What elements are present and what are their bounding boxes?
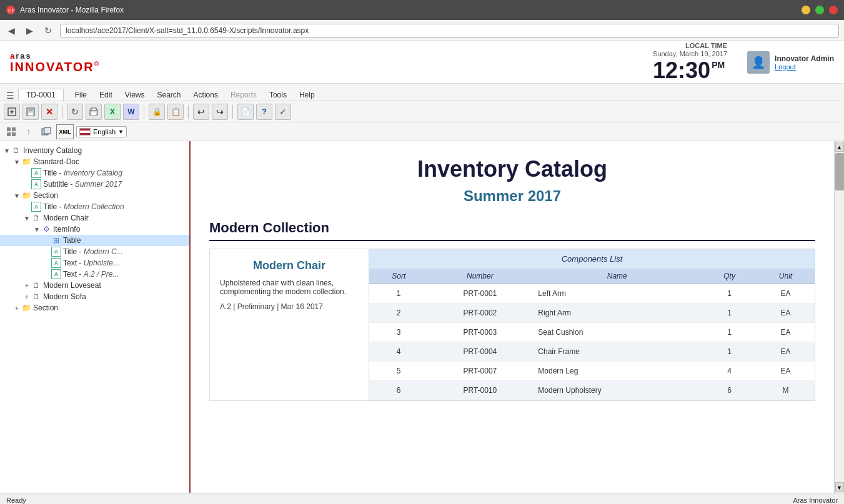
logout-link[interactable]: Logout [775, 63, 834, 71]
text-icon: A [31, 202, 41, 212]
save-button[interactable] [22, 104, 39, 120]
cell-number: PRT-0010 [428, 381, 532, 400]
svg-rect-9 [91, 108, 96, 111]
menu-actions[interactable]: Actions [187, 89, 224, 101]
menu-reports[interactable]: Reports [224, 89, 263, 101]
tree-expander[interactable]: ▼ [32, 225, 41, 234]
address-field[interactable]: localhost/ace2017/Client/X-salt=std_11.0… [60, 24, 839, 37]
hamburger-menu[interactable]: ☰ [2, 91, 18, 101]
menu-help[interactable]: Help [293, 89, 321, 101]
toolbar-separator-4 [232, 105, 233, 119]
table-header-span-row: Components List [369, 249, 815, 269]
tree-node-title-modernc[interactable]: A Title - Modern C... [0, 246, 189, 257]
excel-button[interactable]: X [104, 104, 121, 120]
tree-leaf-spacer [42, 247, 51, 256]
tree-node-table[interactable]: ⊞ Table [0, 235, 189, 246]
menu-search[interactable]: Search [151, 89, 187, 101]
cell-unit: EA [757, 284, 815, 304]
tree-node-section1[interactable]: ▼ 📁 Section [0, 190, 189, 201]
tree-label: Section [33, 304, 58, 312]
tree-expander[interactable]: ▼ [12, 157, 21, 166]
tree-node-iteminfo[interactable]: ▼ ⚙ ItemInfo [0, 224, 189, 235]
transfer-button[interactable] [39, 124, 54, 139]
cell-name: Left Arm [532, 284, 702, 304]
date-label: Sunday, March 19, 2017 [653, 50, 727, 57]
svg-rect-16 [44, 127, 51, 134]
tree-node-subtitle[interactable]: A Subtitle - Summer 2017 [0, 179, 189, 190]
text-icon: A [51, 258, 61, 268]
cell-qty: 4 [702, 362, 757, 381]
tree-node-modern-loveseat[interactable]: + 🗋 Modern Loveseat [0, 280, 189, 291]
svg-rect-10 [91, 112, 96, 115]
tree-node-modern-chair[interactable]: ▼ 🗋 Modern Chair [0, 212, 189, 224]
xml-button[interactable]: XML [56, 124, 74, 139]
tree-expander[interactable]: ▼ [22, 214, 31, 222]
cell-number: PRT-0002 [428, 304, 532, 323]
local-time-label: LOCAL TIME [685, 42, 727, 49]
confirm-button[interactable]: ✓ [275, 104, 291, 120]
grid-view-button[interactable] [4, 124, 19, 139]
promote-button[interactable]: 📄 [237, 104, 254, 120]
folder-icon: 📁 [21, 157, 31, 167]
clock-ampm: PM [712, 60, 725, 70]
back-button[interactable]: ◀ [5, 24, 18, 37]
tree-expander[interactable]: + [22, 292, 31, 301]
close-button[interactable] [829, 6, 838, 14]
menu-file[interactable]: File [69, 89, 93, 101]
maximize-button[interactable] [815, 6, 824, 14]
refresh-button[interactable]: ↻ [67, 104, 83, 120]
menu-edit[interactable]: Edit [93, 89, 119, 101]
tree-expander[interactable]: ▼ [2, 146, 11, 155]
lock-button[interactable]: 🔒 [149, 104, 165, 120]
word-button[interactable]: W [123, 104, 139, 120]
svg-rect-11 [7, 127, 11, 131]
tree-node-title-modern[interactable]: A Title - Modern Collection [0, 201, 189, 212]
new-button[interactable] [4, 104, 20, 120]
dropdown-chevron: ▼ [118, 129, 124, 135]
app-logo: aras INNOVATOR® [10, 51, 100, 73]
tree-node-title-inventory[interactable]: A Title - Inventory Catalog [0, 167, 189, 179]
copy-button[interactable]: 📋 [167, 104, 184, 120]
table-row: 2 PRT-0002 Right Arm 1 EA [369, 304, 815, 323]
menu-views[interactable]: Views [119, 89, 151, 101]
minimize-button[interactable] [802, 6, 810, 14]
print-button[interactable] [86, 104, 102, 120]
svg-rect-13 [7, 132, 11, 136]
scroll-thumb[interactable] [835, 153, 844, 190]
window-controls[interactable] [802, 6, 838, 14]
col-qty: Qty [702, 269, 757, 284]
folder-icon: 📁 [21, 190, 31, 200]
tree-leaf-spacer [22, 180, 31, 189]
tree-label: Modern Loveseat [43, 281, 101, 290]
tree-node-text-upholste[interactable]: A Text - Upholste... [0, 257, 189, 269]
tree-node-section2[interactable]: + 📁 Section [0, 302, 189, 314]
reload-button[interactable]: ↻ [41, 24, 55, 37]
tree-leaf-spacer [22, 169, 31, 177]
tree-node-text-a2pre[interactable]: A Text - A.2 / Pre... [0, 269, 189, 280]
menu-tools[interactable]: Tools [263, 89, 293, 101]
tree-node-inventory-catalog[interactable]: ▼ 🗋 Inventory Catalog [0, 145, 189, 156]
help-button[interactable]: ? [256, 104, 272, 120]
table-row: 5 PRT-0007 Modern Leg 4 EA [369, 362, 815, 381]
forward-button[interactable]: ▶ [23, 24, 36, 37]
scrollbar[interactable]: ▲ ▼ [834, 141, 844, 493]
cell-qty: 1 [702, 342, 757, 362]
tree-node-standard-doc[interactable]: ▼ 📁 Standard-Doc [0, 156, 189, 167]
tree-expander[interactable]: + [22, 281, 31, 290]
scroll-down[interactable]: ▼ [835, 482, 844, 492]
tree-expander[interactable]: ▼ [12, 191, 21, 200]
cell-sort: 4 [369, 342, 428, 362]
tree-node-modern-sofa[interactable]: + 🗋 Modern Sofa [0, 291, 189, 302]
cell-qty: 6 [702, 381, 757, 400]
toolbar-separator-2 [144, 105, 144, 119]
move-up-button[interactable]: ↑ [21, 124, 36, 139]
undo-button[interactable]: ↩ [193, 104, 209, 120]
tree-expander[interactable]: + [12, 304, 21, 312]
app-header: aras INNOVATOR® LOCAL TIME Sunday, March… [0, 41, 844, 84]
scroll-up[interactable]: ▲ [835, 142, 844, 152]
tab-td0001[interactable]: TD-0001 [18, 89, 64, 101]
language-dropdown[interactable]: English ▼ [76, 126, 127, 137]
delete-button[interactable]: ✕ [41, 104, 57, 120]
tree-label: Modern Chair [43, 214, 89, 222]
redo-button[interactable]: ↪ [212, 104, 228, 120]
